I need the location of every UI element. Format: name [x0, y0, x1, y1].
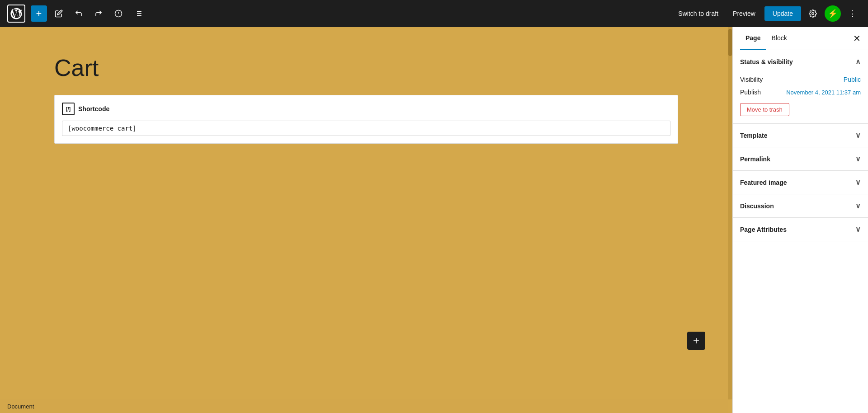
undo-button[interactable] [71, 5, 87, 22]
featured-image-label: Featured image [740, 179, 787, 186]
publish-row: Publish November 4, 2021 11:37 am [740, 86, 861, 99]
featured-image-header[interactable]: Featured image ∨ [733, 171, 868, 194]
editor-area: Cart [/] Shortcode + Document [0, 27, 732, 413]
sidebar: Page Block ✕ Status & visibility ∧ Visib… [732, 27, 868, 413]
template-label: Template [740, 132, 767, 139]
publish-label: Publish [740, 89, 761, 96]
tab-page[interactable]: Page [740, 27, 766, 50]
info-button[interactable] [110, 5, 127, 22]
add-block-floating-button[interactable]: + [687, 332, 705, 350]
shortcode-input[interactable] [62, 121, 670, 136]
template-section: Template ∨ [733, 124, 868, 147]
template-header[interactable]: Template ∨ [733, 124, 868, 147]
visibility-row: Visibility Public [740, 73, 861, 86]
visibility-value[interactable]: Public [844, 76, 861, 83]
document-label: Document [7, 403, 34, 410]
discussion-label: Discussion [740, 202, 774, 210]
page-attributes-chevron: ∨ [855, 225, 861, 234]
edit-tool-button[interactable] [51, 5, 67, 22]
move-to-trash-button[interactable]: Move to trash [740, 103, 789, 116]
status-visibility-content: Visibility Public Publish November 4, 20… [733, 73, 868, 123]
visibility-label: Visibility [740, 76, 763, 83]
permalink-section: Permalink ∨ [733, 147, 868, 171]
publish-value[interactable]: November 4, 2021 11:37 am [786, 89, 861, 96]
svg-point-9 [812, 13, 814, 15]
permalink-header[interactable]: Permalink ∨ [733, 147, 868, 170]
shortcode-header: [/] Shortcode [62, 103, 670, 115]
update-button[interactable]: Update [764, 6, 801, 21]
page-attributes-header[interactable]: Page Attributes ∨ [733, 218, 868, 241]
featured-image-chevron: ∨ [855, 178, 861, 187]
tab-block[interactable]: Block [766, 27, 792, 50]
wp-logo[interactable] [7, 5, 25, 23]
add-block-button[interactable]: + [31, 5, 47, 22]
settings-button[interactable] [805, 5, 821, 22]
shortcode-label: Shortcode [78, 105, 109, 113]
permalink-label: Permalink [740, 155, 770, 163]
list-view-button[interactable] [130, 5, 146, 22]
template-chevron: ∨ [855, 131, 861, 140]
permalink-chevron: ∨ [855, 155, 861, 163]
switch-to-draft-button[interactable]: Switch to draft [673, 6, 724, 21]
status-visibility-header[interactable]: Status & visibility ∧ [733, 50, 868, 73]
toolbar: + Switch to draft Preview Update ⚡ ⋮ [0, 0, 868, 27]
shortcode-block: [/] Shortcode [54, 95, 678, 144]
sidebar-close-button[interactable]: ✕ [853, 27, 861, 50]
status-visibility-section: Status & visibility ∧ Visibility Public … [733, 50, 868, 124]
editor-scrollbar[interactable] [728, 27, 732, 399]
featured-image-section: Featured image ∨ [733, 171, 868, 194]
redo-button[interactable] [90, 5, 107, 22]
main-layout: Cart [/] Shortcode + Document Page Block… [0, 27, 868, 413]
page-attributes-section: Page Attributes ∨ [733, 218, 868, 241]
shortcode-icon: [/] [62, 103, 75, 115]
page-title[interactable]: Cart [54, 54, 732, 81]
page-attributes-label: Page Attributes [740, 226, 787, 233]
sidebar-tabs: Page Block ✕ [733, 27, 868, 50]
page-title-area: Cart [0, 27, 732, 95]
status-visibility-label: Status & visibility [740, 58, 793, 66]
jetpack-button[interactable]: ⚡ [825, 5, 841, 22]
bottom-bar: Document [0, 399, 728, 413]
preview-button[interactable]: Preview [727, 6, 761, 21]
discussion-section: Discussion ∨ [733, 194, 868, 218]
discussion-header[interactable]: Discussion ∨ [733, 194, 868, 217]
scrollbar-thumb [728, 29, 732, 56]
status-visibility-chevron: ∧ [855, 57, 861, 66]
discussion-chevron: ∨ [855, 202, 861, 210]
more-options-button[interactable]: ⋮ [844, 5, 861, 22]
